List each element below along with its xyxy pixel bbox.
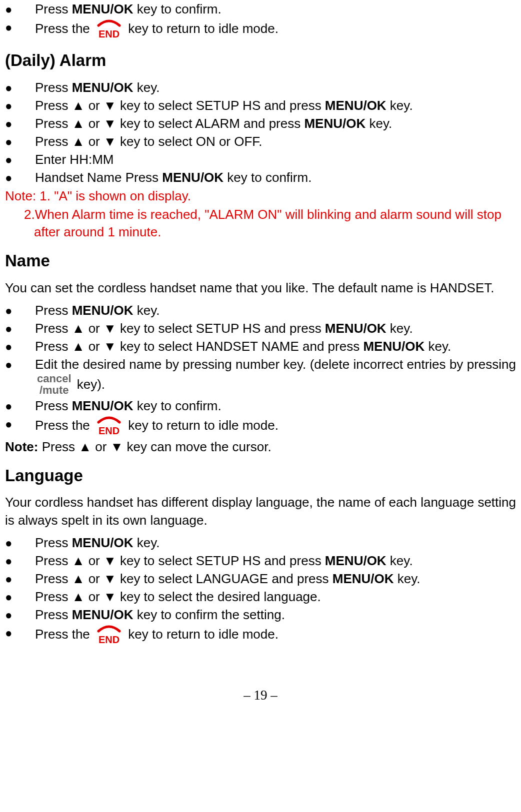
list-item: Press MENU/OK key to confirm. [5,397,516,415]
svg-text:END: END [98,634,120,645]
list-item: Handset Name Press MENU/OK key to confir… [5,169,516,186]
list-item: Press ▲ or ▼ key to select LANGUAGE and … [5,570,516,588]
list-item: Press ▲ or ▼ key to select SETUP HS and … [5,97,516,114]
text: Edit the desired name by pressing number… [35,357,516,372]
text: key to return to idle mode. [128,21,278,36]
list-item: Enter HH:MM [5,151,516,168]
svg-text:END: END [98,28,120,39]
cancel-mute-key-icon: cancel /mute [37,373,72,396]
svg-text:END: END [98,425,120,436]
text: Press the [35,21,94,36]
list-item: Press the END key to return to idle mode… [5,18,516,40]
name-heading: Name [5,250,516,272]
text: Press [35,1,72,16]
intro-list: Press MENU/OK key to confirm. Press the … [5,0,516,40]
list-item: Press MENU/OK key. [5,79,516,96]
text: key to return to idle mode. [128,418,278,433]
bold-text: MENU/OK [72,1,134,16]
list-item: Edit the desired name by pressing number… [5,356,516,396]
text: key). [77,376,105,391]
list-item: Press ▲ or ▼ key to select ON or OFF. [5,133,516,150]
alarm-note2: 2.When Alarm time is reached, "ALARM ON"… [5,206,516,241]
page-number: – 19 – [5,686,516,704]
end-key-icon: END [94,18,124,40]
end-key-icon: END [94,415,124,437]
text: Press the [35,627,94,642]
list-item: Press the END key to return to idle mode… [5,415,516,437]
alarm-heading: (Daily) Alarm [5,49,516,72]
list-item: Press the END key to return to idle mode… [5,624,516,646]
end-key-icon: END [94,624,124,646]
list-item: Press MENU/OK key. [5,534,516,552]
language-heading: Language [5,465,516,487]
name-list: Press MENU/OK key. Press ▲ or ▼ key to s… [5,302,516,437]
list-item: Press MENU/OK key to confirm the setting… [5,606,516,624]
list-item: Press ▲ or ▼ key to select SETUP HS and … [5,552,516,570]
text: key to return to idle mode. [128,627,278,642]
text: Press the [35,418,94,433]
list-item: Press ▲ or ▼ key to select ALARM and pre… [5,115,516,132]
text: key to confirm. [133,1,221,16]
alarm-note1: Note: 1. "A" is shown on display. [5,187,516,205]
list-item: Press ▲ or ▼ key to select SETUP HS and … [5,320,516,337]
list-item: Press MENU/OK key. [5,302,516,319]
list-item: Press MENU/OK key to confirm. [5,0,516,18]
name-note: Note: Press ▲ or ▼ key can move the curs… [5,438,516,456]
name-intro: You can set the cordless handset name th… [5,279,516,297]
list-item: Press ▲ or ▼ key to select HANDSET NAME … [5,338,516,355]
alarm-list: Press MENU/OK key. Press ▲ or ▼ key to s… [5,79,516,187]
language-list: Press MENU/OK key. Press ▲ or ▼ key to s… [5,534,516,646]
language-intro: Your cordless handset has different disp… [5,494,516,529]
list-item: Press ▲ or ▼ key to select the desired l… [5,588,516,606]
